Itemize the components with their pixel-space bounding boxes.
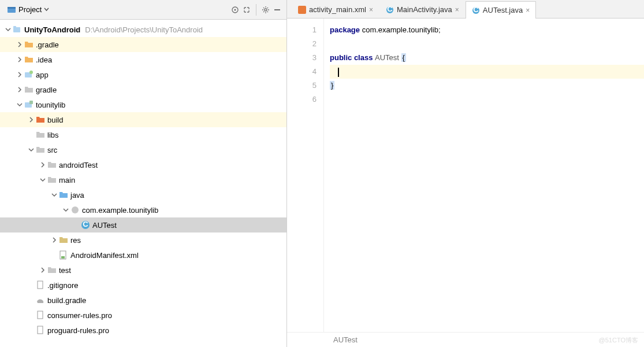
breadcrumb-item: AUTest [333,335,358,344]
class-icon: C [472,6,480,14]
folder-icon [24,85,33,94]
code-area[interactable]: package com.example.tounitylib; public c… [324,19,644,332]
folder-icon [47,265,57,275]
tree-item-label: com.example.tounitylib [82,206,158,215]
file-icon [36,326,45,335]
project-panel: Project UnityToAndroid D:\Android\Projec… [0,0,287,347]
tree-item-label: java [70,191,84,200]
svg-text:C: C [83,220,88,228]
tree-item-idea[interactable]: .idea [0,52,286,67]
svg-rect-6 [13,27,20,32]
module-icon [24,70,33,79]
package-icon [70,205,80,215]
tree-item-androidtest[interactable]: androidTest [0,157,286,172]
chevron-down-icon[interactable] [16,101,23,108]
chevron-right-icon[interactable] [16,56,23,63]
file-icon [36,280,45,290]
hide-icon[interactable] [271,4,283,16]
class-icon: C [81,220,90,230]
tree-item-label: tounitylib [36,101,65,109]
svg-point-12 [72,206,79,213]
code-line: public class AUTest { [330,51,644,65]
tree-item-package[interactable]: com.example.tounitylib [0,202,286,217]
tree-item-manifest[interactable]: AndroidManifest.xml [0,248,286,263]
expand-icon[interactable] [241,4,252,16]
tree-item-label: UnityToAndroid [24,25,80,34]
line-number: 1 [287,23,317,37]
folder-icon [24,40,33,49]
chevron-right-icon[interactable] [16,41,23,48]
svg-point-4 [265,9,267,11]
locate-icon[interactable] [229,4,241,16]
close-icon[interactable]: × [369,6,373,14]
svg-rect-7 [13,26,16,28]
tree-item-gitignore[interactable]: .gitignore [0,278,286,293]
tab-mainactivity[interactable]: C MainActivity.java × [379,1,466,18]
tree-item-label: .idea [36,56,52,64]
gear-icon[interactable] [260,4,271,16]
file-icon [36,311,45,320]
tree-item-buildgradle[interactable]: build.gradle [0,293,286,308]
chevron-down-icon[interactable] [62,206,69,213]
tab-label: AUTest.java [483,6,523,14]
tree-item-gradle-dir[interactable]: .gradle [0,37,286,52]
tree-item-proguard[interactable]: proguard-rules.pro [0,323,286,338]
tree-item-libs[interactable]: libs [0,127,286,142]
breadcrumb[interactable]: AUTest [287,332,644,347]
tree-item-build[interactable]: build [0,112,286,127]
chevron-down-icon[interactable] [5,26,12,33]
watermark: @51CTO博客 [599,336,638,345]
tree-item-label: AndroidManifest.xml [70,251,139,260]
tab-activity-main[interactable]: activity_main.xml × [292,1,379,18]
code-editor[interactable]: 1 2 3 4 5 6 package com.example.tounityl… [287,19,644,332]
chevron-down-icon[interactable] [28,146,35,153]
tree-item-gradle[interactable]: gradle [0,82,286,97]
chevron-right-icon[interactable] [51,237,58,243]
editor-tabs: activity_main.xml × C MainActivity.java … [287,0,644,19]
tree-item-label: main [59,176,75,184]
tree-item-javadir[interactable]: java [0,187,286,202]
tree-item-label: consumer-rules.pro [47,311,112,320]
line-number: 4 [287,65,317,79]
project-view-selector[interactable]: Project [3,4,53,16]
tree-item-label: .gitignore [47,281,78,290]
svg-rect-5 [274,9,280,10]
folder-icon [24,55,33,64]
svg-text:C: C [387,6,393,13]
tree-item-label: src [47,146,57,154]
chevron-right-icon[interactable] [16,71,23,78]
tree-item-res[interactable]: res [0,232,286,248]
svg-point-9 [29,71,33,74]
chevron-right-icon[interactable] [16,86,23,93]
module-icon [24,100,33,109]
chevron-right-icon[interactable] [39,161,46,168]
line-number: 5 [287,79,317,93]
line-gutter: 1 2 3 4 5 6 [287,19,324,332]
tree-item-label: res [70,236,81,245]
close-icon[interactable]: × [526,6,530,14]
code-line: } [330,79,644,93]
tree-item-label: androidTest [59,161,98,169]
tree-item-autest[interactable]: C AUTest [0,217,286,232]
project-icon [7,5,16,14]
close-icon[interactable]: × [455,6,459,14]
folder-icon [47,175,57,184]
tree-item-main[interactable]: main [0,172,286,187]
svg-point-3 [234,9,236,10]
tree-item-test[interactable]: test [0,263,286,278]
chevron-down-icon[interactable] [39,176,46,183]
tree-item-tounitylib[interactable]: tounitylib [0,97,286,112]
chevron-right-icon[interactable] [28,116,35,123]
tree-item-consumer[interactable]: consumer-rules.pro [0,308,286,323]
tree-root[interactable]: UnityToAndroid D:\Android\Projects\Unity… [0,22,286,37]
chevron-down-icon[interactable] [51,191,58,198]
tree-item-src[interactable]: src [0,142,286,157]
tree-item-app[interactable]: app [0,67,286,82]
chevron-down-icon [44,7,49,12]
tab-autest[interactable]: C AUTest.java × [466,1,536,19]
folder-icon [47,160,57,169]
class-icon: C [386,6,394,14]
project-tree: UnityToAndroid D:\Android\Projects\Unity… [0,20,286,347]
folder-icon [36,145,45,154]
chevron-right-icon[interactable] [39,267,46,274]
